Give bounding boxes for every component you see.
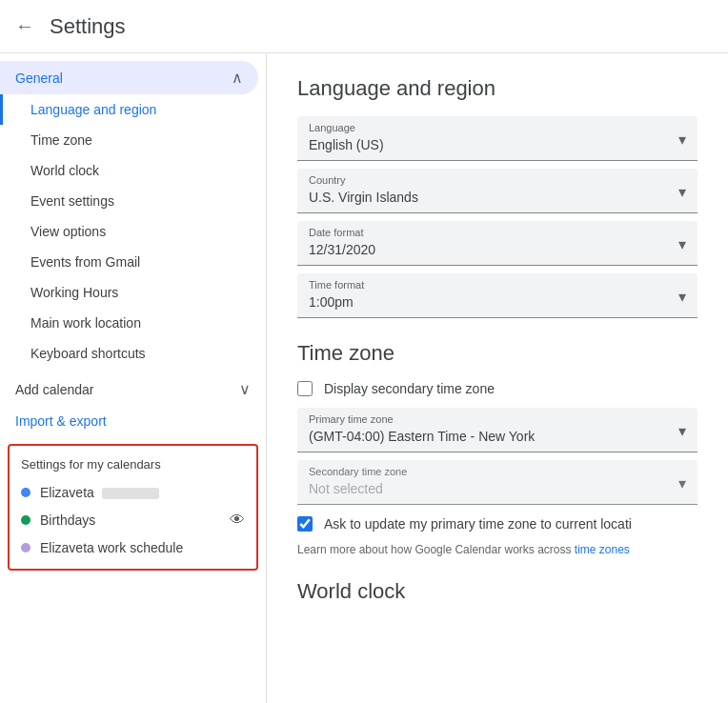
- calendar-item-elizaveta-work[interactable]: Elizaveta work schedule: [10, 534, 256, 561]
- back-button[interactable]: ←: [15, 15, 34, 37]
- sidebar-general-header[interactable]: General ∧: [0, 61, 258, 94]
- calendar-name-elizaveta-work: Elizaveta work schedule: [40, 540, 245, 555]
- calendar-dot-elizaveta-work: [21, 543, 30, 552]
- time-zones-link[interactable]: time zones: [575, 543, 630, 556]
- primary-tz-value[interactable]: (GMT-04:00) Eastern Time - New York: [297, 408, 698, 452]
- sidebar-item-time-zone[interactable]: Time zone: [0, 125, 266, 155]
- calendar-dot-elizaveta: [21, 488, 30, 497]
- add-calendar-group[interactable]: Add calendar ∨: [0, 372, 266, 406]
- chevron-up-icon: ∧: [232, 69, 243, 87]
- display-secondary-row[interactable]: Display secondary time zone: [297, 381, 698, 396]
- display-secondary-checkbox[interactable]: [297, 381, 313, 396]
- calendar-item-birthdays[interactable]: Birthdays 👁: [10, 506, 256, 534]
- sidebar-item-main-work-location[interactable]: Main work location: [0, 308, 266, 338]
- eye-icon[interactable]: 👁: [230, 512, 245, 529]
- ask-update-label[interactable]: Ask to update my primary time zone to cu…: [324, 516, 632, 532]
- page-title: Settings: [50, 14, 126, 39]
- chevron-down-icon: ∨: [239, 380, 251, 398]
- calendar-blurred-name: [102, 488, 159, 499]
- sidebar-item-language-region[interactable]: Language and region: [0, 94, 266, 125]
- sidebar: General ∧ Language and region Time zone …: [0, 53, 267, 703]
- date-format-field[interactable]: Date format 12/31/2020 ▾: [297, 221, 698, 266]
- sidebar-general-label: General: [15, 70, 63, 86]
- sidebar-item-event-settings[interactable]: Event settings: [0, 186, 266, 216]
- header: ← Settings: [0, 0, 728, 53]
- ask-update-checkbox[interactable]: [297, 516, 313, 532]
- import-export-link[interactable]: Import & export: [0, 406, 266, 436]
- sidebar-item-view-options[interactable]: View options: [0, 216, 266, 247]
- ask-update-row[interactable]: Ask to update my primary time zone to cu…: [297, 516, 698, 532]
- language-value[interactable]: English (US): [297, 116, 698, 161]
- sidebar-item-world-clock[interactable]: World clock: [0, 155, 266, 186]
- calendars-section-title: Settings for my calendars: [10, 453, 256, 479]
- primary-tz-field[interactable]: Primary time zone (GMT-04:00) Eastern Ti…: [297, 408, 698, 452]
- country-field[interactable]: Country U.S. Virgin Islands ▾: [297, 169, 698, 213]
- sidebar-item-keyboard-shortcuts[interactable]: Keyboard shortcuts: [0, 338, 266, 369]
- calendar-name-birthdays: Birthdays: [40, 512, 230, 528]
- time-format-field[interactable]: Time format 1:00pm ▾: [297, 273, 698, 318]
- time-format-value[interactable]: 1:00pm: [297, 273, 698, 318]
- language-region-title: Language and region: [297, 76, 698, 101]
- calendars-section: Settings for my calendars Elizaveta Birt…: [8, 444, 258, 571]
- country-value[interactable]: U.S. Virgin Islands: [297, 169, 698, 213]
- sidebar-item-events-from-gmail[interactable]: Events from Gmail: [0, 247, 266, 277]
- add-calendar-label: Add calendar: [15, 382, 94, 397]
- content: General ∧ Language and region Time zone …: [0, 53, 728, 703]
- secondary-tz-value[interactable]: Not selected: [297, 460, 698, 505]
- secondary-tz-field[interactable]: Secondary time zone Not selected ▾: [297, 460, 698, 505]
- timezone-section: Time zone Display secondary time zone Pr…: [297, 341, 698, 556]
- sidebar-item-working-hours[interactable]: Working Hours: [0, 277, 266, 308]
- calendar-name-elizaveta: Elizaveta: [40, 485, 245, 500]
- display-secondary-label[interactable]: Display secondary time zone: [324, 381, 495, 396]
- world-clock-title: World clock: [297, 579, 698, 604]
- calendar-dot-birthdays: [21, 515, 30, 525]
- calendar-item-elizaveta[interactable]: Elizaveta: [10, 479, 256, 506]
- language-field[interactable]: Language English (US) ▾: [297, 116, 698, 161]
- main-content: Language and region Language English (US…: [267, 53, 728, 703]
- timezone-title: Time zone: [297, 341, 698, 366]
- date-format-value[interactable]: 12/31/2020: [297, 221, 698, 266]
- learn-more-text: Learn more about how Google Calendar wor…: [297, 543, 698, 556]
